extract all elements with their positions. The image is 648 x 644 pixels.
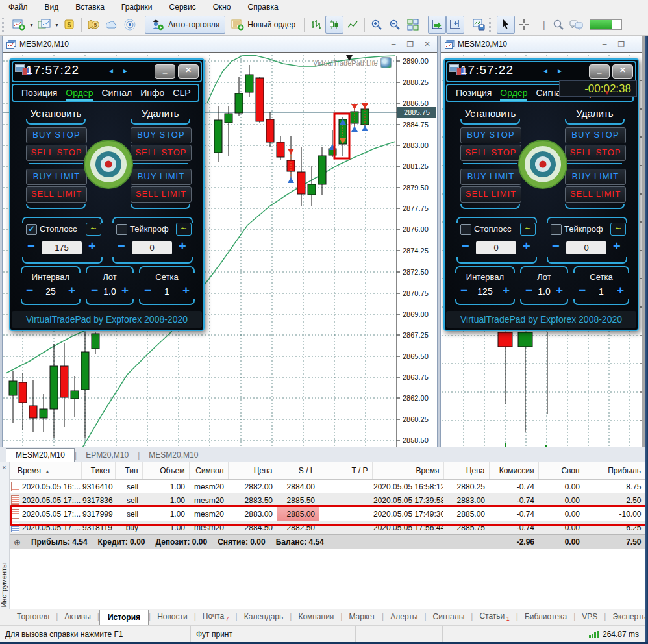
toolbox-tab-Статьи[interactable]: Статьи 1 xyxy=(473,609,516,625)
set-buy-limit-button[interactable]: BUY LIMIT xyxy=(460,169,521,185)
column-header-5[interactable]: Цена xyxy=(228,462,277,480)
window-restore-button[interactable]: ❒ xyxy=(406,40,415,49)
column-header-4[interactable]: Символ xyxy=(189,462,228,480)
stoploss-decrease-button[interactable]: − xyxy=(27,239,35,254)
column-header-8[interactable]: Время xyxy=(372,462,443,480)
window-minimize-button[interactable]: – xyxy=(389,40,398,49)
stoploss-wave-icon[interactable]: ~ xyxy=(520,223,536,236)
column-header-10[interactable]: Комиссия xyxy=(489,462,538,480)
toolbox-tab-Компания[interactable]: Компания xyxy=(292,610,340,624)
toolbox-tab-Маркет[interactable]: Маркет xyxy=(342,610,382,624)
line-chart-mode-button[interactable] xyxy=(343,16,362,34)
history-row-9316410[interactable]: 2020.05.05 16:...9316410sell1.00mesm2028… xyxy=(10,480,645,494)
chart-area-right[interactable]: 17:57:22◂▸_✕ПозицияОрдерСигналИнфоCLPУст… xyxy=(441,52,642,447)
set-sell-limit-button[interactable]: SELL LIMIT xyxy=(26,186,87,203)
vtp-prev-icon[interactable]: ◂ xyxy=(543,66,547,75)
vtp-next-icon[interactable]: ▸ xyxy=(123,66,127,75)
crosshair-tool-button[interactable] xyxy=(515,16,533,34)
toolbox-tab-Календарь[interactable]: Календарь xyxy=(238,610,290,624)
vertical-line-tool-button[interactable]: | xyxy=(539,19,549,30)
profiles-dropdown-icon[interactable]: ▾ xyxy=(53,16,60,33)
chart-tab-0[interactable]: MESM20,M10 xyxy=(6,448,75,462)
chart-tab-1[interactable]: EPM20,M10 xyxy=(77,449,138,462)
magnifier-tool-button[interactable] xyxy=(549,16,567,34)
vtp-next-icon[interactable]: ▸ xyxy=(558,66,562,75)
vtp-tab-Ордер[interactable]: Ордер xyxy=(66,88,93,101)
delete-sell-stop-button[interactable]: SELL STOP xyxy=(565,145,626,161)
window-titlebar[interactable]: MESM20,M10 – ❒ ✕ xyxy=(3,36,437,53)
new-chart-dropdown-icon[interactable]: ▾ xyxy=(28,16,35,33)
vtp-prev-icon[interactable]: ◂ xyxy=(109,66,113,75)
toolbox-tab-Алерты[interactable]: Алерты xyxy=(384,610,424,624)
toolbox-tab-Почта[interactable]: Почта 7 xyxy=(196,609,236,625)
new-chart-button[interactable] xyxy=(10,16,28,34)
menu-item-Вставка[interactable]: Вставка xyxy=(67,1,113,14)
auto-trading-button[interactable]: Авто-торговля xyxy=(145,16,225,34)
column-header-9[interactable]: Цена xyxy=(443,462,489,480)
delete-buy-stop-button[interactable]: BUY STOP xyxy=(131,127,192,143)
zoom-out-button[interactable] xyxy=(386,16,404,34)
set-buy-stop-button[interactable]: BUY STOP xyxy=(26,127,87,143)
vtp-tab-Позиция[interactable]: Позиция xyxy=(456,88,492,98)
interval-increase-button[interactable]: + xyxy=(68,283,75,297)
comments-tool-button[interactable] xyxy=(567,16,586,34)
chart-shift-button[interactable] xyxy=(446,16,464,34)
set-sell-limit-button[interactable]: SELL LIMIT xyxy=(460,186,521,203)
tile-windows-button[interactable] xyxy=(404,16,422,34)
lot-increase-button[interactable]: + xyxy=(121,283,129,297)
vtp-minimize-button[interactable]: _ xyxy=(589,64,610,79)
menu-item-Вид[interactable]: Вид xyxy=(36,1,68,14)
new-order-button[interactable]: Новый ордер xyxy=(225,16,301,34)
grid-increase-button[interactable]: + xyxy=(617,283,624,297)
vtp-tab-Позиция[interactable]: Позиция xyxy=(21,88,57,98)
toolbox-side-tab[interactable]: ✕ Инструменты xyxy=(0,462,10,609)
stoploss-increase-button[interactable]: + xyxy=(523,239,530,254)
set-buy-stop-button[interactable]: BUY STOP xyxy=(460,127,521,143)
delete-buy-limit-button[interactable]: BUY LIMIT xyxy=(565,169,626,185)
toolbox-tab-История[interactable]: История xyxy=(99,610,149,625)
menu-item-Сервис[interactable]: Сервис xyxy=(161,1,205,14)
profiles-button[interactable] xyxy=(35,16,53,34)
expand-icon[interactable]: ⊕ xyxy=(14,538,21,547)
delete-sell-limit-button[interactable]: SELL LIMIT xyxy=(565,186,626,203)
stoploss-decrease-button[interactable]: − xyxy=(462,239,469,254)
virtual-trade-pad-panel[interactable]: 17:57:22◂▸_✕ПозицияОрдерСигналИнфоCLPУст… xyxy=(9,58,205,331)
lot-increase-button[interactable]: + xyxy=(556,283,563,297)
menu-item-Графики[interactable]: Графики xyxy=(113,1,161,14)
vtp-tab-CLP[interactable]: CLP xyxy=(173,88,190,98)
cursor-tool-button[interactable] xyxy=(497,16,515,34)
set-buy-limit-button[interactable]: BUY LIMIT xyxy=(26,169,87,185)
toolbox-tab-Библиотека[interactable]: Библиотека xyxy=(518,610,573,624)
accounts-button[interactable]: $ xyxy=(60,16,79,34)
vtp-header[interactable]: 17:57:22◂▸_✕ xyxy=(12,61,202,82)
takeprofit-wave-icon[interactable]: ~ xyxy=(610,223,626,236)
delete-buy-stop-button[interactable]: BUY STOP xyxy=(565,127,626,143)
column-header-11[interactable]: Своп xyxy=(538,462,584,480)
delete-sell-limit-button[interactable]: SELL LIMIT xyxy=(131,186,192,203)
vtp-header[interactable]: 17:57:22◂▸_✕ xyxy=(446,61,636,82)
vtp-tab-Ордер[interactable]: Ордер xyxy=(500,88,527,101)
virtual-trade-pad-panel[interactable]: 17:57:22◂▸_✕ПозицияОрдерСигналИнфоCLPУст… xyxy=(443,58,639,331)
toolbox-tab-VPS[interactable]: VPS xyxy=(575,610,604,624)
history-row-9318119[interactable]: 2020.05.05 17:...9318119buy1.00mesm20288… xyxy=(10,521,645,535)
connection-status[interactable]: 264.87 ms xyxy=(486,626,648,642)
history-row-9317999[interactable]: 2020.05.05 17:...9317999sell1.00mesm2028… xyxy=(10,507,645,521)
takeprofit-checkbox[interactable] xyxy=(551,224,562,235)
stoploss-value-input[interactable]: 0 xyxy=(476,242,516,254)
takeprofit-value-input[interactable]: 0 xyxy=(132,242,172,254)
takeprofit-wave-icon[interactable]: ~ xyxy=(176,223,192,236)
delete-sell-stop-button[interactable]: SELL STOP xyxy=(131,145,192,161)
stoploss-increase-button[interactable]: + xyxy=(88,239,96,254)
candlestick-mode-button[interactable] xyxy=(325,16,343,34)
toolbox-tab-Активы[interactable]: Активы xyxy=(58,610,97,624)
column-header-1[interactable]: Тикет xyxy=(81,462,115,480)
takeprofit-value-input[interactable]: 0 xyxy=(566,242,606,254)
column-header-6[interactable]: S / L xyxy=(277,462,319,480)
auto-scroll-button[interactable] xyxy=(428,16,446,34)
menu-item-Справка[interactable]: Справка xyxy=(240,1,287,14)
history-center-button[interactable]: 5 xyxy=(84,16,103,34)
vtp-minimize-button[interactable]: _ xyxy=(155,64,175,79)
grid-increase-button[interactable]: + xyxy=(182,283,190,297)
signals-service-icon[interactable] xyxy=(121,16,139,34)
set-sell-stop-button[interactable]: SELL STOP xyxy=(460,145,521,161)
